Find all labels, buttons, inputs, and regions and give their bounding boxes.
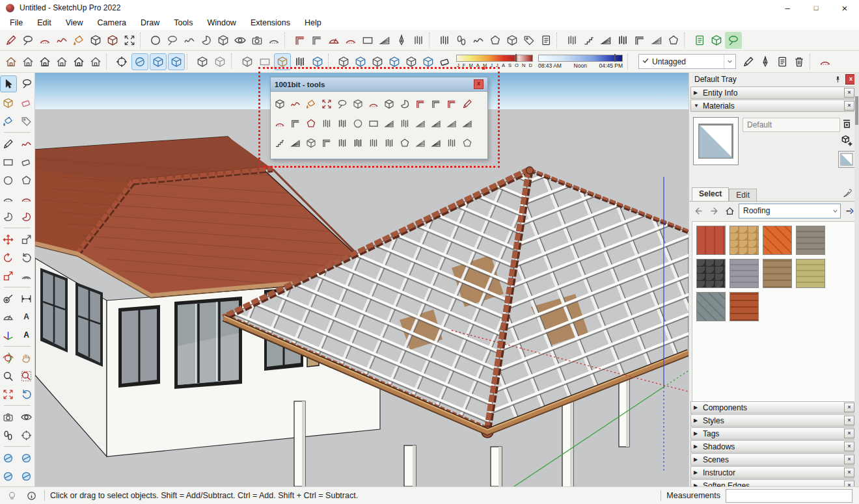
1001bit-tool-icon-6[interactable] [350,94,366,114]
component-edit-icon[interactable] [403,53,420,70]
two-point-arc-tool[interactable] [19,191,34,206]
angle-tool-icon[interactable] [325,32,342,49]
line-tool[interactable] [1,136,16,152]
1001bit-tool-icon-5[interactable] [334,94,350,114]
section-fill-tool[interactable] [19,450,34,466]
material-swatch-gray-asphalt-shingles[interactable] [796,226,825,255]
component-blue-icon[interactable] [352,53,369,70]
import-green-icon[interactable] [708,32,725,49]
palette-close-button[interactable]: x [474,79,484,89]
component-tool-icon[interactable] [504,32,521,49]
shadow-date-slider[interactable]: JFMAMJJASOND [456,55,533,68]
arc-tool-icon[interactable] [266,32,282,49]
menu-view[interactable]: View [59,17,90,29]
walk-tool[interactable] [1,427,16,443]
style-shaded-icon[interactable] [274,53,291,70]
1001bit-tool-icon-18[interactable] [334,114,350,133]
arc-segment-icon[interactable] [817,53,834,70]
look-around-tool[interactable] [19,409,34,425]
in-model-material-swatch[interactable] [838,151,855,168]
arc-tool[interactable] [1,191,16,206]
frame2-tool-icon[interactable] [631,32,648,49]
rotated-rectangle-tool[interactable] [19,154,34,170]
panel-header-soften-edges[interactable]: ▶Soften Edges× [690,479,858,486]
axes-tool[interactable] [1,327,16,343]
fog-toggle-icon[interactable] [150,53,167,70]
shadow-toggle-icon[interactable] [131,53,148,70]
wedge-tool-icon[interactable] [376,32,393,49]
menu-extensions[interactable]: Extensions [243,17,297,29]
style-hiddenline-icon[interactable] [256,53,273,70]
solid-tool-icon[interactable] [87,32,104,49]
materials-close-button[interactable]: × [844,101,854,111]
protractor-tool[interactable] [1,309,16,325]
component-edit-icon[interactable] [369,53,386,70]
xray-toggle-icon[interactable] [168,53,185,70]
1001bit-tool-icon-36[interactable] [413,133,428,153]
pie-tool[interactable] [19,209,34,224]
paint-bucket-tool[interactable] [1,113,16,129]
shadow-time-slider[interactable]: 08:43 AM Noon 04:45 PM [538,55,623,69]
style-backedge-icon[interactable] [211,53,228,70]
move-tool[interactable] [1,232,16,247]
panel-header-styles[interactable]: ▶Styles× [690,414,858,427]
component-blue-icon[interactable] [386,53,403,70]
pan-tool[interactable] [19,350,34,365]
1001bit-tool-icon-30[interactable] [319,133,334,153]
panel-header-scenes[interactable]: ▶Scenes× [690,453,858,466]
loop-tool-icon[interactable] [20,32,36,49]
dimension-tool[interactable] [19,291,34,306]
copy-doc-icon[interactable] [774,53,791,70]
view-left-icon[interactable] [87,53,104,70]
menu-help[interactable]: Help [297,17,329,29]
collection-dropdown[interactable]: Roofing [739,204,841,219]
1001bit-tool-icon-25[interactable] [444,114,459,133]
material-swatch-tan-spanish-tile[interactable] [729,226,759,255]
material-swatch-brown-wood-shakes[interactable] [763,259,792,288]
panel-close-button[interactable]: × [844,416,854,425]
face-tool-icon[interactable] [359,32,376,49]
material-swatch-terracotta-roof-tiles[interactable] [729,292,759,321]
draw-line-tool-icon[interactable] [3,32,20,49]
1001bit-tool-icon-19[interactable] [350,114,366,133]
pie-tool-icon[interactable] [198,32,215,49]
lasso-tool[interactable] [20,75,35,91]
material-swatch-blue-gray-shingles[interactable] [729,259,759,288]
zoom-window-tool[interactable] [19,368,34,384]
trash-icon[interactable] [791,53,808,70]
curve-tool-icon[interactable] [181,32,198,49]
shadow-time-bar[interactable] [538,55,623,62]
1001bit-tool-icon-16[interactable] [303,114,319,133]
secondary-pane-icon[interactable] [840,117,853,130]
1001bit-tool-icon-20[interactable] [366,114,381,133]
1001bit-tool-icon-4[interactable] [319,94,334,114]
swirl-green-icon[interactable] [725,32,742,49]
view-top-icon[interactable] [20,53,36,70]
louver-tool-icon[interactable] [564,32,580,49]
panel-close-button[interactable]: × [844,403,854,412]
menu-edit[interactable]: Edit [30,17,59,29]
planks-tool-icon[interactable] [410,32,427,49]
1001bit-tool-icon-27[interactable] [272,133,288,153]
view-iso-icon[interactable] [3,53,20,70]
1001bit-tool-icon-34[interactable] [381,133,397,153]
wall-tool-icon[interactable] [436,32,453,49]
1001bit-tool-icon-13[interactable] [459,94,475,114]
minimize-button[interactable]: – [773,0,802,16]
freehand-tool-icon[interactable] [53,32,70,49]
circle-tool[interactable] [1,172,16,188]
panel-close-button[interactable]: × [844,481,854,486]
1001bit-tool-icon-29[interactable] [303,133,319,153]
profile-tool-icon[interactable] [470,32,487,49]
panel-header-instructor[interactable]: ▶Instructor× [690,466,858,479]
scale-tool[interactable] [1,268,16,284]
1001bit-tool-icon-9[interactable] [397,94,413,114]
panel-close-button[interactable]: × [844,442,854,451]
style-wireframe-icon[interactable] [239,53,256,70]
pen-edit-icon[interactable] [757,53,774,70]
create-material-icon[interactable] [840,134,853,147]
freehand-tool[interactable] [19,136,34,152]
position-camera-tool[interactable] [1,409,16,425]
solid-tool-icon[interactable] [104,32,121,49]
material-name-field[interactable]: Default [743,118,840,132]
